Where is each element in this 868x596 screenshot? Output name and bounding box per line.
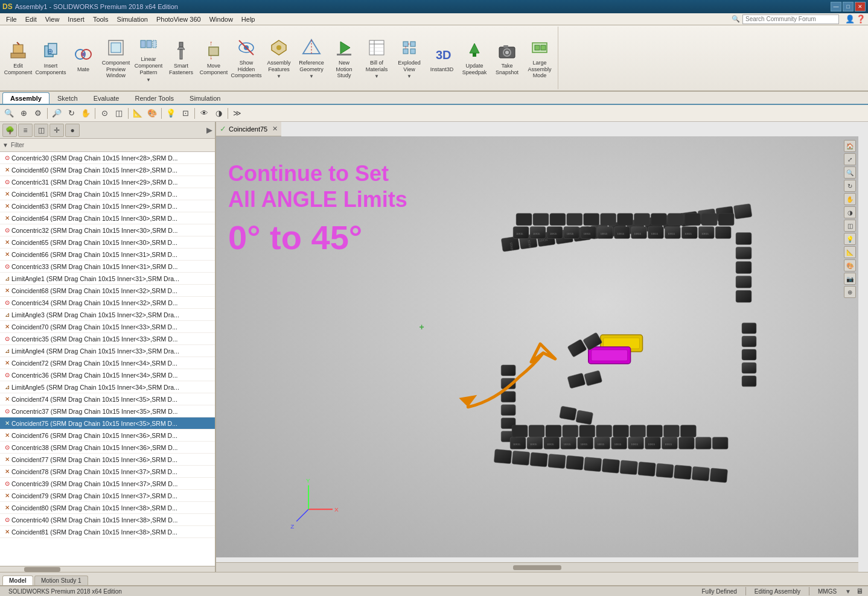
vp-section-icon[interactable]: ◑ xyxy=(844,206,856,218)
tab-render-tools[interactable]: Render Tools xyxy=(127,92,182,104)
view-orient-icon[interactable]: 📐 xyxy=(131,107,144,120)
units-dropdown-icon[interactable]: ▼ xyxy=(845,588,851,595)
vp-color-icon[interactable]: 🎨 xyxy=(844,259,856,271)
show-hidden-button[interactable]: ShowHiddenComponents xyxy=(231,34,262,82)
move-component-button[interactable]: ↑↓ MoveComponent xyxy=(198,34,229,82)
vp-zoom-fit-icon[interactable]: ⤢ xyxy=(844,153,856,165)
menu-help[interactable]: Help xyxy=(238,14,259,24)
tree-item[interactable]: ⊙Concentric39 (SRM Drag Chain 10x15 Inne… xyxy=(0,478,215,490)
menu-file[interactable]: File xyxy=(2,14,21,24)
panel-btn-favorites[interactable]: ✛ xyxy=(49,124,64,137)
tree-item[interactable]: ✕Coincident79 (SRM Drag Chain 10x15 Inne… xyxy=(0,490,215,502)
smart-fasteners-button[interactable]: SmartFasteners xyxy=(165,34,197,82)
menu-simulation[interactable]: Simulation xyxy=(113,14,152,24)
tree-item[interactable]: ✕Coincident74 (SRM Drag Chain 10x15 Inne… xyxy=(0,393,215,405)
tree-item[interactable]: ✕Coincident77 (SRM Drag Chain 10x15 Inne… xyxy=(0,454,215,466)
view-settings-icon[interactable]: ⊡ xyxy=(179,107,192,120)
normal-to-icon[interactable]: ⊙ xyxy=(98,107,111,120)
vp-camera-icon[interactable]: 📷 xyxy=(844,273,856,285)
tree-item[interactable]: ⊙Concentric31 (SRM Drag Chain 10x15 Inne… xyxy=(0,176,215,188)
minimize-button[interactable]: — xyxy=(831,2,841,11)
hide-show-icon[interactable]: 👁 xyxy=(197,107,211,120)
tree-item[interactable]: ✕Coincident81 (SRM Drag Chain 10x15 Inne… xyxy=(0,526,215,538)
tree-item[interactable]: ✕Coincident63 (SRM Drag Chain 10x15 Inne… xyxy=(0,200,215,212)
viewport[interactable]: ✓ Coincident75 ✕ xyxy=(216,122,868,572)
bill-of-materials-button[interactable]: Bill ofMaterials ▼ xyxy=(361,34,392,83)
filter-icon[interactable]: ⊕ xyxy=(17,107,30,120)
tree-item[interactable]: ✕Coincident72 (SRM Drag Chain 10x15 Inne… xyxy=(0,357,215,369)
assembly-features-button[interactable]: AssemblyFeatures ▼ xyxy=(263,34,295,83)
tree-item[interactable]: ⊙Concentric36 (SRM Drag Chain 10x15 Inne… xyxy=(0,369,215,381)
tree-item[interactable]: ✕Coincident76 (SRM Drag Chain 10x15 Inne… xyxy=(0,430,215,442)
tree-item[interactable]: ⊙Concentric38 (SRM Drag Chain 10x15 Inne… xyxy=(0,442,215,454)
tree-item[interactable]: ⊿LimitAngle4 (SRM Drag Chain 10x15 Inner… xyxy=(0,345,215,357)
tab-simulation[interactable]: Simulation xyxy=(182,92,228,104)
tree-item[interactable]: ✕Coincident64 (SRM Drag Chain 10x15 Inne… xyxy=(0,212,215,224)
settings-icon[interactable]: ⚙ xyxy=(31,107,45,120)
large-assembly-mode-button[interactable]: LargeAssemblyMode xyxy=(524,34,555,82)
component-preview-button[interactable]: ComponentPreviewWindow xyxy=(100,34,132,82)
take-snapshot-button[interactable]: TakeSnapshot xyxy=(491,34,523,82)
tree-item[interactable]: ✕Coincident60 (SRM Drag Chain 10x15 Inne… xyxy=(0,164,215,176)
new-motion-study-button[interactable]: New MotionStudy xyxy=(328,34,360,82)
tree-item[interactable]: ⊙Concentric32 (SRM Drag Chain 10x15 Inne… xyxy=(0,224,215,236)
rotate-icon[interactable]: ↻ xyxy=(65,107,78,120)
tree-item[interactable]: ⊙Concentric40 (SRM Drag Chain 10x15 Inne… xyxy=(0,514,215,526)
tree-list[interactable]: ⊙Concentric30 (SRM Drag Chain 10x15 Inne… xyxy=(0,152,215,566)
tab-model[interactable]: Model xyxy=(2,575,33,585)
search-mates-icon[interactable]: 🔍 xyxy=(2,107,16,120)
menu-insert[interactable]: Insert xyxy=(64,14,88,24)
scroll-thumb[interactable] xyxy=(24,567,60,572)
vp-pan-icon[interactable]: ✋ xyxy=(844,193,856,205)
linear-pattern-button[interactable]: LinearComponentPattern ▼ xyxy=(133,30,164,85)
vp-zoom-in-icon[interactable]: 🔍 xyxy=(844,166,856,179)
tree-item[interactable]: ⊙Concentric37 (SRM Drag Chain 10x15 Inne… xyxy=(0,405,215,417)
panel-collapse-arrow[interactable]: ▶ xyxy=(206,125,212,135)
wireframe-icon[interactable]: ◫ xyxy=(112,107,126,120)
tree-item[interactable]: ✕Coincident80 (SRM Drag Chain 10x15 Inne… xyxy=(0,502,215,514)
scroll-thumb-h[interactable] xyxy=(513,565,561,570)
tab-motion-study[interactable]: Motion Study 1 xyxy=(34,575,88,585)
monitor-icon[interactable]: 🖥 xyxy=(856,587,863,595)
tab-evaluate[interactable]: Evaluate xyxy=(86,92,127,104)
edit-component-button[interactable]: EditComponent xyxy=(2,34,34,82)
menu-view[interactable]: View xyxy=(42,14,63,24)
vp-scene-icon[interactable]: 💡 xyxy=(844,233,856,245)
menu-tools[interactable]: Tools xyxy=(89,14,112,24)
tree-item[interactable]: ⊙Concentric30 (SRM Drag Chain 10x15 Inne… xyxy=(0,152,215,164)
more-icon[interactable]: ≫ xyxy=(231,107,244,120)
apply-scene-icon[interactable]: 💡 xyxy=(164,107,177,120)
insert-components-button[interactable]: ⊕ InsertComponents xyxy=(35,34,66,82)
tree-item[interactable]: ⊿LimitAngle3 (SRM Drag Chain 10x15 Inner… xyxy=(0,309,215,321)
section-view-icon[interactable]: ◑ xyxy=(212,107,225,120)
tree-item[interactable]: ✕Coincident68 (SRM Drag Chain 10x15 Inne… xyxy=(0,285,215,297)
close-button[interactable]: ✕ xyxy=(855,2,866,11)
pan-icon[interactable]: ✋ xyxy=(79,107,92,120)
vp-measure-icon[interactable]: 📐 xyxy=(844,246,856,258)
tab-sketch[interactable]: Sketch xyxy=(49,92,86,104)
menu-photoview[interactable]: PhotoView 360 xyxy=(153,14,205,24)
instant3d-button[interactable]: 3D Instant3D xyxy=(426,34,458,82)
reference-geometry-button[interactable]: ReferenceGeometry ▼ xyxy=(296,34,327,83)
question-icon[interactable]: ❓ xyxy=(856,14,866,24)
tree-item[interactable]: ⊙Concentric33 (SRM Drag Chain 10x15 Inne… xyxy=(0,261,215,273)
vp-rotate-icon[interactable]: ↻ xyxy=(844,180,856,192)
mate-tab-close[interactable]: ✕ xyxy=(272,125,278,133)
tree-item[interactable]: ✕Coincident75 (SRM Drag Chain 10x15 Inne… xyxy=(0,417,215,430)
mate-button[interactable]: Mate xyxy=(68,34,99,82)
search-input[interactable] xyxy=(742,14,839,24)
tree-item[interactable]: ⊙Concentric35 (SRM Drag Chain 10x15 Inne… xyxy=(0,333,215,345)
tree-item[interactable]: ✕Coincident66 (SRM Drag Chain 10x15 Inne… xyxy=(0,249,215,261)
display-style-icon[interactable]: 🎨 xyxy=(145,107,159,120)
menu-edit[interactable]: Edit xyxy=(22,14,40,24)
user-icon[interactable]: 👤 xyxy=(845,14,855,24)
canvas-area[interactable]: 10X15 10X15 10X15 xyxy=(216,136,858,557)
tree-item[interactable]: ⊙Concentric34 (SRM Drag Chain 10x15 Inne… xyxy=(0,297,215,309)
tab-assembly[interactable]: Assembly xyxy=(2,92,49,104)
tree-item[interactable]: ✕Coincident65 (SRM Drag Chain 10x15 Inne… xyxy=(0,236,215,249)
panel-btn-display[interactable]: ● xyxy=(65,124,80,137)
vp-filter2-icon[interactable]: ⊕ xyxy=(844,286,856,298)
maximize-button[interactable]: □ xyxy=(843,2,854,11)
panel-btn-tree[interactable]: 🌳 xyxy=(2,124,17,137)
tree-item[interactable]: ⊿LimitAngle1 (SRM Drag Chain 10x15 Inner… xyxy=(0,273,215,285)
